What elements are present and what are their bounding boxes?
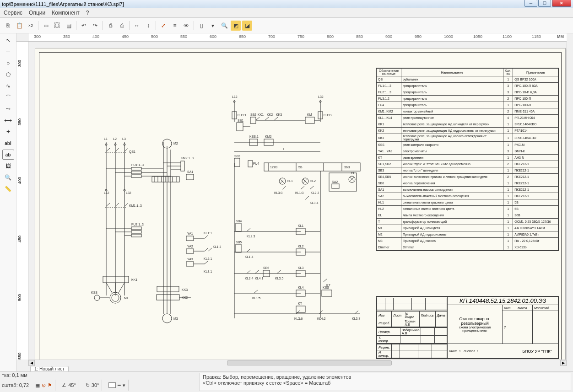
menu-options[interactable]: Опции <box>29 10 45 16</box>
select-tool-icon[interactable]: ↖ <box>2 35 14 45</box>
svg-line-47 <box>119 283 124 293</box>
svg-line-190 <box>277 270 281 274</box>
pages-icon[interactable]: ⿴ <box>52 21 62 31</box>
duplicate-icon[interactable]: ×2 <box>26 21 36 31</box>
svg-rect-168 <box>236 223 241 231</box>
minimize-button[interactable]: ─ <box>524 0 537 7</box>
image-tool-icon[interactable]: 🖼 <box>2 161 14 171</box>
svg-text:KL1:5: KL1:5 <box>252 296 260 300</box>
dim-x-icon[interactable]: ↔ <box>132 21 142 31</box>
zoom-icon[interactable]: 🔍 <box>219 21 229 31</box>
bezier-tool-icon[interactable]: ⤳ <box>2 104 14 114</box>
viewport[interactable]: L1 L2 L3 QS1 FU1:1..3 <box>28 42 567 360</box>
zoom-tool-icon[interactable]: 🔍 <box>2 172 14 183</box>
point-tool-icon[interactable]: ✦ <box>2 127 14 137</box>
line-tool-icon[interactable]: ─ <box>2 47 14 57</box>
svg-text:T: T <box>282 147 285 150</box>
svg-text:HL1: HL1 <box>287 179 293 183</box>
svg-text:SB1: SB1 <box>238 119 243 122</box>
horizontal-scrollbar[interactable]: ◀ ▶ <box>28 360 567 366</box>
ruler-unit: ММ <box>557 34 564 39</box>
arc-tool-icon[interactable]: ⌒ <box>2 92 14 102</box>
vertical-scrollbar[interactable] <box>567 42 573 360</box>
step-angle-icon[interactable]: ↻ <box>86 382 90 388</box>
table-row: FU4предохранитель1ПРС-100-П <box>377 102 558 108</box>
svg-line-10 <box>115 148 119 151</box>
table-row: SB1,SB2кнопки "пуск" и "стоп" М1 и М2 од… <box>377 161 558 167</box>
table-row: SA2выключатель пакетный местного освещен… <box>377 193 558 199</box>
svg-rect-71 <box>186 236 194 241</box>
line-style-icon[interactable]: ━ <box>118 382 121 388</box>
svg-rect-14 <box>131 167 141 170</box>
canvas-area: 3003504004505005506006507007508008509009… <box>16 33 573 371</box>
binoculars-icon[interactable]: 👁 <box>181 21 191 31</box>
undo-icon[interactable]: ↶ <box>79 21 89 31</box>
table-row: KK2тепловое реле, защищающее АД гидросис… <box>377 128 558 134</box>
layer-color-icon[interactable] <box>108 382 116 388</box>
snap-icon[interactable]: ⊙ <box>42 382 46 388</box>
drawing-name-2: схема электрическая принципиальная <box>449 326 501 332</box>
page-icon[interactable]: ▭ <box>41 21 51 31</box>
svg-line-110 <box>256 117 259 120</box>
workspace: ↖ ─ ○ ⬠ ∿ ⌒ ⤳ ⟷ ✦ abI ab 🖼 🔍 📏 300350400… <box>0 33 573 371</box>
menu-component[interactable]: Компонент <box>52 10 80 16</box>
table-row: KM1, KM2контактор линейный2ПМЕ-311 40А <box>377 108 558 115</box>
dim-y-icon[interactable]: ↕ <box>143 21 153 31</box>
menu-service[interactable]: Сервис <box>4 10 22 16</box>
scroll-right-icon[interactable]: ▶ <box>560 360 567 366</box>
svg-line-26 <box>115 203 119 206</box>
dropdown-icon[interactable]: ▾ <box>123 382 125 388</box>
highlight-2-icon[interactable]: ◪ <box>242 21 252 31</box>
form-dropdown-icon[interactable]: ▾ <box>208 21 218 31</box>
table-row: SB4,SB5кнопки включения правого и левого… <box>377 174 558 180</box>
text-tool-icon[interactable]: ab <box>2 150 14 160</box>
schematic-drawing: L1 L2 L3 QS1 FU1:1..3 <box>67 71 378 328</box>
svg-text:KL3:1: KL3:1 <box>204 270 212 273</box>
svg-point-39 <box>94 295 100 301</box>
copy-icon[interactable]: ⎘ <box>3 21 13 31</box>
svg-text:FU4: FU4 <box>253 162 259 165</box>
svg-text:SB3: SB3 <box>234 155 240 158</box>
print-preview-icon[interactable]: ⎙ <box>117 21 127 31</box>
spline-tool-icon[interactable]: ∿ <box>2 81 14 91</box>
scroll-thumb[interactable] <box>227 360 392 365</box>
paste-icon[interactable]: 📋 <box>14 21 24 31</box>
horizontal-ruler: 3003504004505005506006507007508008509009… <box>28 33 567 42</box>
svg-point-93 <box>162 314 172 323</box>
menu-help[interactable]: ? <box>86 10 89 16</box>
measure-icon[interactable]: ⤢ <box>158 21 168 31</box>
svg-text:KL2:1: KL2:1 <box>204 257 212 260</box>
polygon-tool-icon[interactable]: ⬠ <box>2 70 14 80</box>
svg-rect-61 <box>152 177 179 182</box>
scroll-left-icon[interactable]: ◀ <box>28 360 35 366</box>
svg-text:KL1:1: KL1:1 <box>204 231 212 235</box>
layer-icon[interactable]: ▤ <box>64 21 74 31</box>
svg-line-201 <box>319 311 323 314</box>
angle-icon[interactable]: ∠ <box>62 382 66 388</box>
maximize-button[interactable]: ☐ <box>538 0 551 7</box>
close-button[interactable]: ✕ <box>552 0 571 7</box>
svg-line-145 <box>282 186 286 189</box>
sheet-tab-1[interactable]: 1: Новый лист <box>30 366 69 371</box>
flag-icon[interactable]: ⚑ <box>48 382 52 388</box>
form-icon[interactable]: ▯ <box>196 21 206 31</box>
list-icon[interactable]: ≡ <box>170 21 180 31</box>
text-outline-tool-icon[interactable]: abI <box>2 138 14 148</box>
grid-icon[interactable]: ▦ <box>35 382 40 388</box>
ruler-tool-icon[interactable]: 📏 <box>2 184 14 194</box>
table-row: SB6кнопка переключения1ПКЕ212-1 <box>377 180 558 187</box>
svg-text:KL3:7: KL3:7 <box>352 317 360 320</box>
drawing-page[interactable]: L1 L2 L3 QS1 FU1:1..3 <box>35 48 566 360</box>
dimension-tool-icon[interactable]: ⟷ <box>2 115 14 125</box>
print-icon[interactable]: ⎙ <box>105 21 115 31</box>
svg-text:M3: M3 <box>173 317 178 320</box>
table-row: SB3кнопка "стоп" шпинделя1ПКЕ212-1 <box>377 167 558 174</box>
highlight-1-icon[interactable]: ◩ <box>231 21 241 31</box>
sheet-tabs: 1: Новый лист <box>16 366 573 371</box>
svg-text:KM: KM <box>307 113 312 116</box>
table-row: FU1:1...3предохранитель3ПРС-100-П 80А <box>377 83 558 89</box>
svg-text:KL4: KL4 <box>298 286 304 289</box>
table-row: KK1тепловое реле, защищающее АД шпинделя… <box>377 121 558 128</box>
redo-icon[interactable]: ↷ <box>90 21 100 31</box>
ellipse-tool-icon[interactable]: ○ <box>2 58 14 68</box>
